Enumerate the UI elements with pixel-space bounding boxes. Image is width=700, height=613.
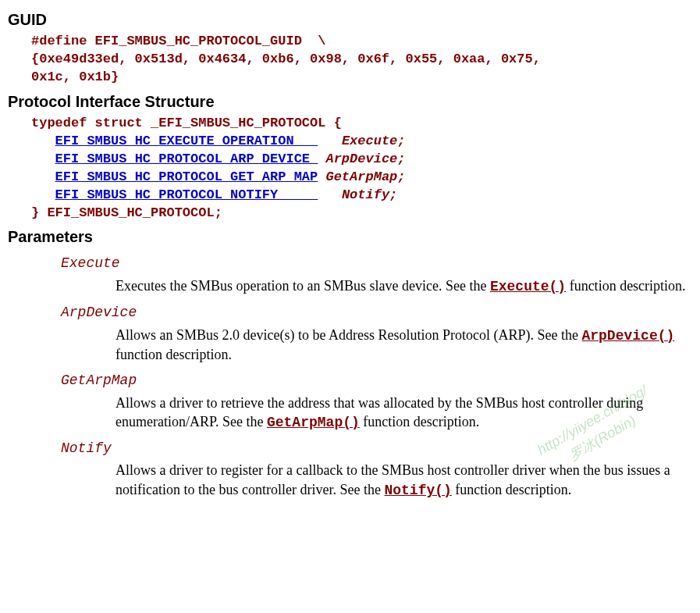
param-desc-getarpmap: Allows a driver to retrieve the address … — [115, 394, 687, 433]
param-desc-notify: Allows a driver to register for a callba… — [115, 461, 687, 500]
link-notify[interactable]: EFI_SMBUS_HC_PROTOCOL_NOTIFY — [55, 187, 318, 202]
link-notify-func[interactable]: Notify() — [384, 483, 451, 498]
link-arp-device[interactable]: EFI_SMBUS_HC_PROTOCOL_ARP_DEVICE — [55, 151, 318, 166]
param-name-notify: Notify — [61, 440, 687, 458]
pad4 — [318, 187, 342, 202]
param-name-arpdevice: ArpDevice — [61, 304, 687, 322]
link-getarpmap-func[interactable]: GetArpMap() — [267, 415, 360, 430]
param-execute-post: function description. — [566, 278, 685, 294]
param-arpdevice-post: function description. — [115, 347, 232, 362]
param-arpdevice-pre: Allows an SMBus 2.0 device(s) to be Addr… — [115, 327, 581, 343]
section-heading-protocol: Protocol Interface Structure — [8, 91, 687, 112]
pad1 — [318, 134, 342, 148]
member-arpdevice: ArpDevice; — [325, 151, 405, 166]
param-name-getarpmap: GetArpMap — [61, 372, 687, 390]
member-execute: Execute; — [342, 134, 406, 148]
param-notify-post: function description. — [452, 482, 571, 497]
pad2 — [318, 151, 325, 166]
param-name-execute: Execute — [61, 255, 687, 273]
param-execute-pre: Executes the SMBus operation to an SMBus… — [115, 278, 490, 294]
guid-line3: 0x1c, 0x1b} — [31, 69, 119, 84]
code-block-protocol: typedef struct _EFI_SMBUS_HC_PROTOCOL { … — [31, 115, 687, 223]
member-notify: Notify; — [342, 187, 397, 202]
member-getarpmap: GetArpMap; — [325, 169, 405, 184]
guid-line2: {0xe49d33ed, 0x513d, 0x4634, 0xb6, 0x98,… — [31, 52, 541, 66]
param-desc-arpdevice: Allows an SMBus 2.0 device(s) to be Addr… — [115, 326, 687, 365]
link-execute-func[interactable]: Execute() — [490, 279, 566, 294]
guid-line1: #define EFI_SMBUS_HC_PROTOCOL_GUID \ — [31, 34, 325, 48]
pad3 — [318, 169, 325, 184]
link-arpdevice-func[interactable]: ArpDevice() — [581, 328, 674, 344]
param-getarpmap-post: function description. — [360, 414, 479, 429]
parameters-list: Execute Executes the SMBus operation to … — [61, 255, 687, 500]
code-block-guid: #define EFI_SMBUS_HC_PROTOCOL_GUID \ {0x… — [31, 33, 687, 87]
section-heading-parameters: Parameters — [8, 226, 687, 247]
link-get-arp-map[interactable]: EFI_SMBUS_HC_PROTOCOL_GET_ARP_MAP — [55, 169, 318, 184]
link-execute-operation[interactable]: EFI_SMBUS_HC_EXECUTE_OPERATION — [55, 134, 318, 148]
protocol-close: } EFI_SMBUS_HC_PROTOCOL; — [31, 205, 222, 220]
protocol-open: typedef struct _EFI_SMBUS_HC_PROTOCOL { — [31, 116, 342, 130]
section-heading-guid: GUID — [8, 9, 687, 30]
param-desc-execute: Executes the SMBus operation to an SMBus… — [115, 276, 687, 296]
